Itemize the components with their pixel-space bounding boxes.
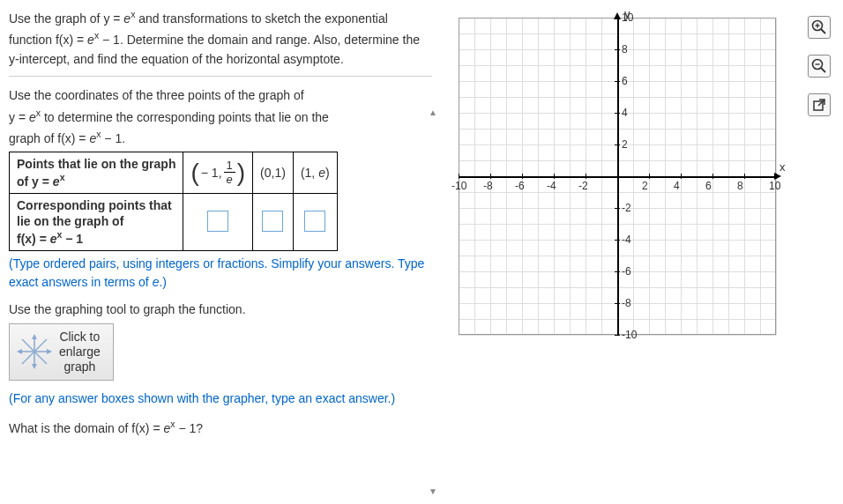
y-tick-label: -10 — [622, 329, 637, 341]
answer-cell-1 — [183, 194, 253, 251]
x-tick-label: 8 — [737, 180, 743, 192]
svg-marker-7 — [47, 349, 52, 354]
external-link-icon — [812, 98, 826, 112]
y-tick-label: 8 — [622, 43, 628, 56]
grapher-hint: (For any answer boxes shown with the gra… — [9, 389, 432, 408]
svg-marker-5 — [32, 364, 37, 369]
x-tick-label: 10 — [769, 180, 780, 192]
graph-panel: // placeholder; grid drawn below via gen… — [441, 0, 843, 504]
svg-marker-6 — [17, 349, 22, 354]
zoom-out-button[interactable] — [808, 55, 831, 78]
y-tick-label: 4 — [622, 107, 628, 119]
enlarge-graph-button[interactable]: Click to enlarge graph — [9, 323, 114, 380]
x-tick-label: -2 — [578, 180, 588, 192]
x-tick-label: 6 — [705, 180, 712, 192]
graph-tool-prompt: Use the graphing tool to graph the funct… — [9, 302, 432, 316]
instruction-text: Use the coordinates of the three points … — [9, 85, 432, 147]
open-window-button[interactable] — [808, 93, 831, 116]
svg-marker-4 — [32, 334, 37, 339]
scroll-down-icon[interactable]: ▼ — [427, 485, 439, 497]
domain-question: What is the domain of f(x) = ex − 1? — [9, 419, 432, 435]
points-table: Points that lie on the graphof y = ex ( … — [9, 152, 338, 251]
y-axis-label: y — [624, 7, 630, 20]
point-cell-1: ( − 1, 1e ) — [183, 152, 253, 193]
y-tick-label: -6 — [622, 265, 631, 278]
svg-line-16 — [818, 100, 824, 106]
answer-input-2[interactable] — [262, 211, 283, 232]
y-tick-label: 2 — [622, 138, 628, 151]
answer-cell-2 — [253, 194, 294, 251]
table-header-original: Points that lie on the graphof y = ex — [10, 152, 183, 193]
x-tick-label: -10 — [451, 180, 466, 192]
answer-cell-3 — [293, 194, 337, 251]
svg-line-9 — [821, 29, 825, 33]
point-cell-2: (0,1) — [253, 152, 294, 193]
point-cell-3: (1, e) — [293, 152, 337, 193]
zoom-in-icon — [811, 19, 827, 35]
y-tick-label: -8 — [622, 297, 631, 309]
coordinate-graph[interactable]: // placeholder; grid drawn below via gen… — [459, 18, 776, 335]
x-tick-label: -8 — [483, 180, 493, 192]
scroll-up-icon[interactable]: ▲ — [427, 106, 439, 118]
answer-input-1[interactable] — [207, 211, 228, 232]
answer-input-3[interactable] — [304, 211, 325, 232]
enlarge-button-label: Click to enlarge graph — [59, 330, 101, 374]
x-tick-label: 4 — [674, 180, 680, 192]
x-tick-label: -4 — [547, 180, 556, 192]
y-tick-label: -4 — [622, 233, 631, 246]
x-axis-label: x — [780, 160, 786, 174]
y-tick-label: -2 — [622, 202, 631, 214]
zoom-out-icon — [811, 58, 827, 74]
table-header-transformed: Corresponding points thatlie on the grap… — [10, 194, 183, 251]
zoom-in-button[interactable] — [808, 16, 831, 39]
question-panel: Use the graph of y = ex and transformati… — [0, 0, 441, 504]
x-tick-label: -6 — [515, 180, 525, 192]
x-tick-label: 2 — [642, 180, 648, 192]
problem-statement: Use the graph of y = ex and transformati… — [9, 7, 432, 77]
ordered-pairs-hint: (Type ordered pairs, using integers or f… — [9, 255, 432, 292]
y-tick-label: 6 — [622, 75, 628, 87]
graph-axes-icon — [17, 334, 52, 369]
svg-line-13 — [821, 68, 825, 72]
